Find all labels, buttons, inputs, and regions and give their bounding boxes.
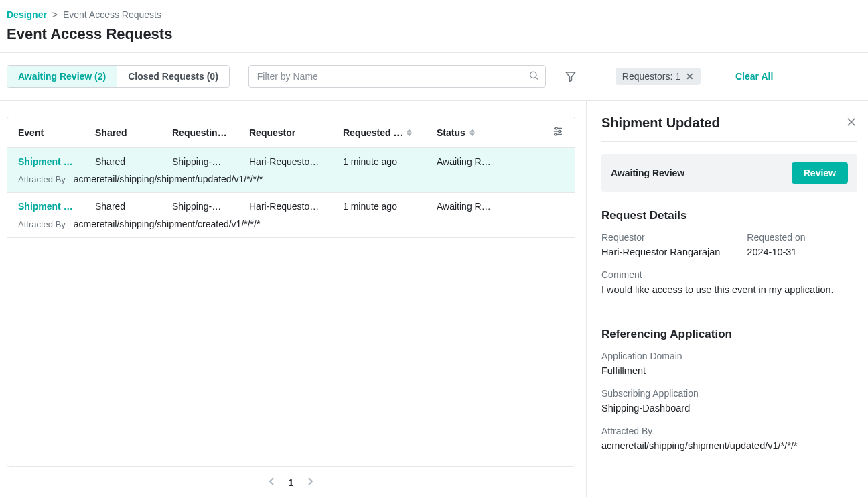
cell-shared: Shared bbox=[95, 156, 172, 167]
panel-title: Shipment Updated bbox=[601, 115, 720, 131]
col-requestor: Requestor bbox=[249, 127, 343, 138]
cell-requested-on: 1 minute ago bbox=[343, 156, 437, 167]
filter-chip-requestors[interactable]: Requestors: 1 ✕ bbox=[616, 68, 701, 85]
col-event: Event bbox=[18, 127, 95, 138]
sort-icon bbox=[469, 129, 475, 137]
attracted-by-value: acmeretail/shipping/shipment/updated/v1/… bbox=[74, 174, 263, 184]
requestor-label: Requestor bbox=[601, 232, 720, 243]
app-domain-label: Application Domain bbox=[601, 351, 857, 361]
breadcrumb-separator: > bbox=[52, 9, 58, 20]
svg-marker-6 bbox=[469, 133, 475, 136]
col-status[interactable]: Status bbox=[437, 127, 510, 138]
filter-by-name-input[interactable] bbox=[248, 65, 546, 88]
panel-attracted-by-label: Attracted By bbox=[601, 426, 857, 436]
app-domain-value: Fulfillment bbox=[601, 365, 857, 376]
filter-chip-label: Requestors: 1 bbox=[622, 71, 680, 82]
svg-marker-2 bbox=[566, 72, 575, 82]
cell-requesting-domain: Shipping-… bbox=[172, 201, 249, 212]
subscribing-app-label: Subscribing Application bbox=[601, 388, 857, 399]
attracted-by-label: Attracted By bbox=[18, 174, 66, 184]
filter-icon[interactable] bbox=[565, 70, 577, 82]
svg-line-1 bbox=[536, 78, 538, 80]
filter-chip-remove-icon[interactable]: ✕ bbox=[686, 71, 694, 82]
requestor-value: Hari-Requestor Rangarajan bbox=[601, 247, 720, 257]
clear-all-filters[interactable]: Clear All bbox=[735, 71, 773, 82]
request-details-heading: Request Details bbox=[601, 209, 857, 223]
col-status-label: Status bbox=[437, 127, 465, 138]
col-shared: Shared bbox=[95, 127, 172, 138]
breadcrumb-root-link[interactable]: Designer bbox=[7, 9, 47, 20]
cell-requestor: Hari-Requesto… bbox=[249, 201, 343, 212]
pagination: 1 bbox=[7, 467, 575, 497]
requested-on-label: Requested on bbox=[747, 232, 805, 243]
breadcrumb: Designer > Event Access Requests bbox=[7, 9, 861, 20]
cell-event: Shipment … bbox=[18, 201, 95, 212]
svg-point-10 bbox=[555, 127, 557, 129]
page-title: Event Access Requests bbox=[7, 25, 861, 43]
page-number: 1 bbox=[289, 477, 294, 488]
tab-closed-requests[interactable]: Closed Requests (0) bbox=[117, 66, 229, 87]
referencing-application-heading: Referencing Application bbox=[601, 328, 857, 341]
requested-on-value: 2024-10-31 bbox=[747, 247, 805, 257]
sort-icon bbox=[407, 129, 412, 137]
prev-page-icon[interactable] bbox=[269, 477, 275, 488]
cell-status: Awaiting R… bbox=[437, 201, 510, 212]
attracted-by-value: acmeretail/shipping/shipment/created/v1/… bbox=[74, 218, 261, 229]
next-page-icon[interactable] bbox=[307, 477, 313, 488]
col-requesting-domain: Requestin… bbox=[172, 127, 249, 138]
subscribing-app-value: Shipping-Dashboard bbox=[601, 403, 857, 414]
review-button[interactable]: Review bbox=[792, 162, 848, 184]
svg-marker-3 bbox=[407, 129, 412, 132]
cell-requestor: Hari-Requesto… bbox=[249, 156, 343, 167]
cell-requesting-domain: Shipping-… bbox=[172, 156, 249, 167]
svg-point-12 bbox=[555, 133, 557, 135]
cell-status: Awaiting R… bbox=[437, 156, 510, 167]
panel-status: Awaiting Review bbox=[611, 168, 684, 178]
table-row[interactable]: Shipment … Shared Shipping-… Hari-Reques… bbox=[7, 193, 575, 238]
tab-awaiting-review[interactable]: Awaiting Review (2) bbox=[7, 66, 117, 87]
svg-point-11 bbox=[559, 131, 561, 133]
attracted-by-label: Attracted By bbox=[18, 219, 66, 229]
detail-panel: Shipment Updated Awaiting Review Review … bbox=[587, 101, 868, 497]
comment-value: I would like access to use this event in… bbox=[601, 284, 857, 295]
col-requested-on[interactable]: Requested … bbox=[343, 127, 437, 138]
comment-label: Comment bbox=[601, 269, 857, 280]
svg-marker-5 bbox=[469, 129, 475, 132]
svg-point-0 bbox=[530, 72, 536, 78]
breadcrumb-current: Event Access Requests bbox=[63, 9, 161, 20]
table-settings-icon[interactable] bbox=[552, 129, 564, 139]
cell-shared: Shared bbox=[95, 201, 172, 212]
table-row[interactable]: Shipment … Shared Shipping-… Hari-Reques… bbox=[7, 148, 575, 193]
close-icon[interactable] bbox=[845, 116, 857, 130]
cell-event: Shipment … bbox=[18, 156, 95, 167]
panel-attracted-by-value: acmeretail/shipping/shipment/updated/v1/… bbox=[601, 440, 857, 451]
svg-marker-4 bbox=[407, 133, 412, 136]
cell-requested-on: 1 minute ago bbox=[343, 201, 437, 212]
status-tabs: Awaiting Review (2) Closed Requests (0) bbox=[7, 65, 230, 88]
search-icon bbox=[528, 70, 539, 83]
table-header: Event Shared Requestin… Requestor Reques… bbox=[7, 117, 575, 148]
col-requested-on-label: Requested … bbox=[343, 127, 403, 138]
